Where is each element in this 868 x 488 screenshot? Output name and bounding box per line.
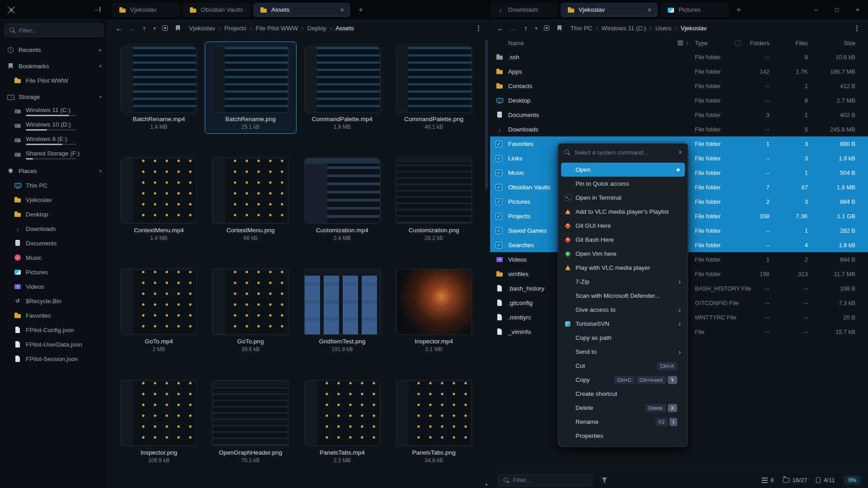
tab[interactable]: Obsidian Vaults × [183, 3, 250, 17]
tab[interactable]: Downloads × [490, 3, 558, 17]
sidebar-item[interactable]: Pictures [0, 265, 108, 279]
file-grid-item[interactable]: GridItemTest.png 191.9 kB [297, 264, 388, 356]
file-grid-item[interactable]: CommandPalette.png 40.1 kB [388, 42, 480, 134]
clipboard-icon[interactable] [159, 22, 171, 34]
breadcrumb-segment[interactable]: Assets [335, 25, 354, 32]
sort-ascending-icon[interactable]: ↑ [686, 40, 689, 46]
history-dropdown-icon[interactable]: ▾ [151, 22, 158, 34]
row-checkbox[interactable] [495, 169, 502, 176]
context-menu-item[interactable]: Add to VLC media player's Playlist [561, 205, 685, 219]
file-grid-item[interactable]: BatchRename.png 25.1 kB [205, 42, 297, 134]
column-header-type[interactable]: Type [695, 40, 749, 47]
storage-header[interactable]: Storage ▾ [0, 89, 108, 104]
history-dropdown-icon[interactable]: ▾ [533, 22, 540, 34]
context-menu-item[interactable]: Copy Ctrl+CCtrl+InsertY [561, 373, 685, 387]
file-grid-item[interactable]: GoTo.png 39.6 kB [205, 264, 297, 356]
table-row[interactable]: Documents File folder 3 1 402 B [490, 108, 868, 122]
breadcrumb-segment[interactable]: File Pilot WWW [256, 25, 307, 32]
file-grid-item[interactable]: Customization.mp4 2.4 MB [297, 153, 388, 245]
vertical-scrollbar[interactable]: ▾ [484, 38, 489, 487]
row-checkbox[interactable] [495, 227, 502, 234]
row-checkbox[interactable] [495, 155, 502, 162]
pane-menu-button[interactable] [851, 22, 863, 34]
clipboard-icon[interactable] [541, 22, 552, 34]
table-row[interactable]: Apps File folder 142 1.7K 186.7 MB [490, 64, 868, 79]
open-new-tab-icon[interactable]: → [93, 6, 100, 13]
sidebar-item[interactable]: $Recycle.Bin [0, 294, 108, 308]
header-checkbox[interactable] [735, 40, 741, 46]
column-header-size[interactable]: Size [808, 40, 855, 47]
file-grid-item[interactable]: PanelsTabs.mp4 2.3 MB [297, 375, 388, 467]
bookmarks-header[interactable]: Bookmarks ▾ [0, 59, 108, 73]
table-row[interactable]: Downloads File folder -- 5 245.8 MB [490, 122, 868, 136]
status-filter-input[interactable] [513, 477, 587, 483]
breadcrumb-segment[interactable]: Vjekoslav [681, 25, 707, 32]
context-menu-item[interactable]: Give access to [561, 303, 685, 317]
filter-options-icon[interactable] [599, 474, 610, 486]
sort-icon[interactable] [678, 41, 683, 45]
tab[interactable]: Pictures × [660, 3, 728, 17]
sidebar-item[interactable]: FPilot-Config.json [0, 323, 108, 337]
sidebar-item[interactable]: Favorites [0, 308, 108, 323]
row-checkbox[interactable] [495, 184, 502, 191]
new-tab-button[interactable]: + [732, 5, 745, 14]
table-row[interactable]: .ssh File folder -- 9 10.6 kB [490, 50, 868, 64]
file-grid-item[interactable]: ContextMenu.png 66 kB [205, 153, 297, 245]
sidebar-item[interactable]: Documents [0, 236, 108, 250]
column-header-name[interactable]: Name ↑ [508, 40, 695, 47]
row-checkbox[interactable] [495, 213, 502, 220]
sidebar-drive-item[interactable]: Shared Storage (F:) [0, 147, 108, 162]
sidebar-filter-input[interactable] [19, 27, 99, 34]
sidebar-item[interactable]: Music [0, 250, 108, 265]
sidebar-item[interactable]: FPilot-UserData.json [0, 337, 108, 352]
sidebar-item[interactable]: File Pilot WWW [0, 73, 108, 88]
context-menu-item[interactable]: Pin to Quick access [561, 177, 685, 191]
close-icon[interactable]: × [679, 149, 682, 156]
sidebar-item[interactable]: Videos [0, 279, 108, 294]
tab-close-icon[interactable]: × [340, 6, 344, 14]
sidebar-drive-item[interactable]: Windows 8 (E:) [0, 133, 108, 147]
context-menu-item[interactable]: Open in Terminal [561, 191, 685, 205]
file-grid-item[interactable]: CommandPalette.mp4 1.8 MB [297, 42, 388, 134]
context-menu-item[interactable]: Git GUI Here [561, 219, 685, 233]
context-menu-item[interactable]: Properties [561, 429, 685, 443]
up-button[interactable]: ↑ [138, 22, 150, 34]
chevron-down-icon[interactable]: ▾ [99, 94, 102, 100]
tab[interactable]: Vjekoslav × [112, 3, 180, 17]
row-checkbox[interactable] [495, 198, 502, 205]
sidebar-item[interactable]: Vjekoslav [0, 192, 108, 207]
context-menu-item[interactable]: Scan with Microsoft Defender... [561, 289, 685, 303]
context-menu-item[interactable]: Open Vim here [561, 247, 685, 261]
breadcrumb-segment[interactable]: Users [656, 25, 681, 32]
chevron-right-icon[interactable]: ▸ [99, 47, 102, 53]
back-button[interactable]: ← [495, 22, 506, 34]
table-row[interactable]: Desktop File folder -- 8 2.7 MB [490, 93, 868, 108]
tab[interactable]: Assets × [253, 3, 350, 17]
file-grid-item[interactable]: GoTo.mp4 2 MB [113, 264, 205, 356]
sidebar-item[interactable]: Desktop [0, 207, 108, 221]
file-grid-item[interactable]: Inspector.png 106.9 kB [113, 375, 205, 467]
forward-button[interactable]: → [507, 22, 519, 34]
context-menu-item[interactable]: TortoiseSVN [561, 317, 685, 331]
table-row[interactable]: Contacts File folder -- 1 412 B [490, 79, 868, 93]
context-menu-item[interactable]: Git Bash Here [561, 233, 685, 247]
breadcrumb-segment[interactable]: Vjekoslav [189, 25, 224, 32]
row-checkbox[interactable] [495, 141, 502, 147]
context-menu-item[interactable]: 7-Zip [561, 275, 685, 289]
sidebar-item[interactable]: Downloads [0, 221, 108, 236]
maximize-button[interactable]: □ [826, 0, 847, 19]
context-menu-item[interactable]: Send to [561, 345, 685, 359]
row-checkbox[interactable] [495, 242, 502, 249]
places-header[interactable]: Places ▾ [0, 164, 108, 178]
sidebar-drive-item[interactable]: Windows 10 (D:) [0, 118, 108, 133]
bookmark-toggle-icon[interactable] [553, 22, 565, 34]
scroll-down-icon[interactable]: ▾ [484, 482, 489, 487]
breadcrumb-segment[interactable]: This PC [571, 25, 602, 32]
chevron-down-icon[interactable]: ▾ [99, 168, 102, 174]
file-grid-item[interactable]: Inspector.mp4 3.1 MB [388, 264, 480, 356]
back-button[interactable]: ← [113, 22, 125, 34]
forward-button[interactable]: → [126, 22, 137, 34]
file-grid-item[interactable]: ContextMenu.mp4 1.4 MB [113, 153, 205, 245]
file-grid-item[interactable]: BatchRename.mp4 1.4 MB [113, 42, 205, 134]
context-menu-item[interactable]: Open [561, 163, 685, 177]
